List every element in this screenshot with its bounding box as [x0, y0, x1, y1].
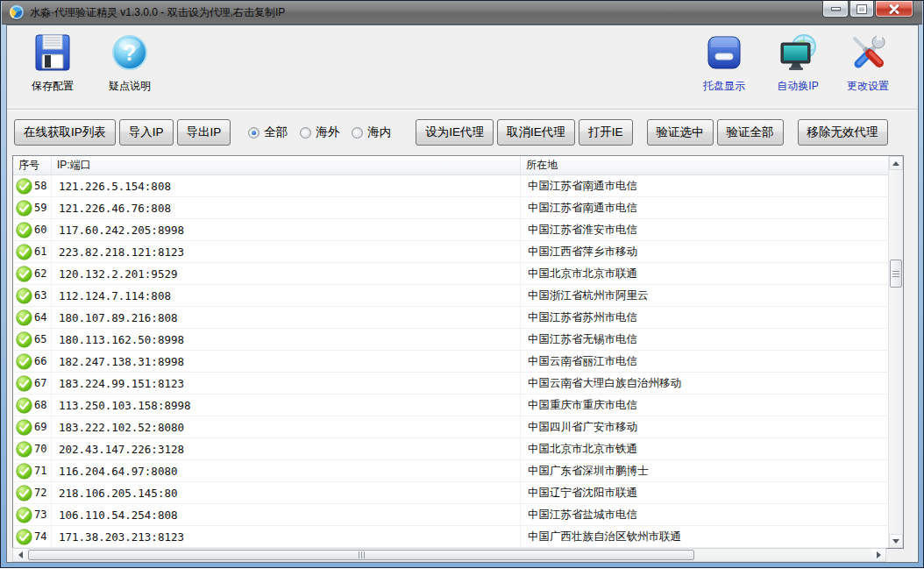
toolbar-help[interactable]: ? 疑点说明 — [93, 32, 167, 94]
row-ip-port: 218.106.205.145:80 — [52, 482, 521, 503]
close-button[interactable] — [875, 1, 913, 18]
arrow-down-icon — [892, 539, 899, 544]
verify-all-button[interactable]: 验证全部 — [717, 119, 784, 146]
arrow-right-icon — [877, 551, 881, 558]
row-index-cell: 58 — [13, 175, 52, 196]
green-check-icon — [16, 507, 32, 523]
cancel-ie-proxy-button[interactable]: 取消IE代理 — [497, 119, 575, 146]
row-index-cell: 66 — [13, 351, 52, 372]
row-index: 64 — [34, 311, 46, 324]
table-body: 58 121.226.5.154:808 中国江苏省南通市电信 59 121.2… — [13, 175, 888, 548]
green-check-icon — [16, 419, 32, 436]
table-row[interactable]: 64 180.107.89.216:808 中国江苏省苏州市电信 — [13, 307, 888, 329]
set-ie-proxy-button[interactable]: 设为IE代理 — [416, 119, 494, 146]
row-index-cell: 71 — [13, 460, 52, 481]
toolbar-tray-display[interactable]: 托盘显示 — [687, 32, 761, 94]
row-ip-port: 183.224.99.151:8123 — [52, 373, 521, 394]
column-header-index[interactable]: 序号 — [13, 156, 52, 174]
column-header-location[interactable]: 所在地 — [521, 156, 888, 174]
import-ip-button[interactable]: 导入IP — [119, 119, 174, 146]
open-ie-button[interactable]: 打开IE — [579, 119, 633, 146]
green-check-icon — [16, 485, 32, 501]
export-ip-button[interactable]: 导出IP — [177, 119, 231, 146]
row-index-cell: 73 — [13, 504, 52, 525]
minimize-button[interactable] — [822, 1, 849, 18]
green-check-icon — [16, 397, 32, 414]
row-location: 中国江苏省南通市电信 — [521, 201, 888, 216]
green-check-icon — [16, 244, 32, 260]
action-bar: 在线获取IP列表 导入IP 导出IP 全部 海外 海内 设为IE代理 取消IE代… — [7, 110, 918, 154]
radio-option[interactable]: 海内 — [352, 124, 391, 140]
scroll-left-button[interactable] — [13, 549, 27, 561]
table-row[interactable]: 70 202.43.147.226:3128 中国北京市北京市铁通 — [13, 438, 888, 460]
vertical-scrollbar-thumb[interactable] — [890, 260, 902, 288]
table-row[interactable]: 62 120.132.2.201:9529 中国北京市北京市联通 — [13, 263, 888, 285]
table-row[interactable]: 58 121.226.5.154:808 中国江苏省南通市电信 — [13, 175, 888, 197]
toolbar-save-config[interactable]: 保存配置 — [16, 32, 89, 94]
table-row[interactable]: 74 171.38.203.213:8123 中国广西壮族自治区钦州市联通 — [13, 526, 888, 548]
table-row[interactable]: 59 121.226.46.76:808 中国江苏省南通市电信 — [13, 197, 888, 219]
table-row[interactable]: 66 182.247.138.31:8998 中国云南省丽江市电信 — [13, 351, 888, 373]
table-row[interactable]: 71 116.204.64.97:8080 中国广东省深圳市鹏博士 — [13, 460, 888, 482]
table-row[interactable]: 65 180.113.162.50:8998 中国江苏省无锡市电信 — [13, 329, 888, 351]
remove-invalid-button[interactable]: 移除无效代理 — [798, 119, 888, 146]
toolbar-change-settings[interactable]: 更改设置 — [831, 32, 905, 94]
green-check-icon — [16, 463, 32, 480]
grip-icon — [892, 271, 899, 277]
verify-selected-button[interactable]: 验证选中 — [647, 119, 714, 146]
row-ip-port: 121.226.46.76:808 — [52, 197, 521, 218]
green-check-icon — [16, 266, 32, 282]
scope-radio-group: 全部 海外 海内 — [248, 124, 403, 140]
radio-label: 全部 — [264, 124, 288, 140]
row-index-cell: 61 — [13, 241, 52, 262]
row-index-cell: 68 — [13, 395, 52, 416]
row-location: 中国北京市北京市铁通 — [521, 442, 888, 457]
row-index: 66 — [34, 355, 46, 367]
toolbar-label: 更改设置 — [847, 79, 889, 94]
maximize-button[interactable] — [849, 1, 874, 18]
row-ip-port: 121.226.5.154:808 — [52, 175, 521, 196]
table-row[interactable]: 63 112.124.7.114:808 中国浙江省杭州市阿里云 — [13, 285, 888, 307]
scroll-right-button[interactable] — [871, 549, 885, 561]
maximize-icon — [857, 5, 866, 13]
fetch-ip-list-button[interactable]: 在线获取IP列表 — [14, 119, 116, 146]
horizontal-scrollbar[interactable] — [12, 548, 886, 562]
row-location: 中国重庆市重庆市电信 — [521, 398, 888, 413]
row-ip-port: 106.110.54.254:808 — [52, 504, 521, 525]
table-row[interactable]: 61 223.82.218.121:8123 中国江西省萍乡市移动 — [13, 241, 888, 263]
row-ip-port: 120.132.2.201:9529 — [52, 263, 521, 284]
table-row[interactable]: 68 113.250.103.158:8998 中国重庆市重庆市电信 — [13, 395, 888, 416]
table-row[interactable]: 72 218.106.205.145:80 中国辽宁省沈阳市联通 — [13, 482, 888, 504]
vertical-scrollbar[interactable] — [888, 156, 903, 548]
green-check-icon — [16, 353, 32, 370]
row-index-cell: 70 — [13, 438, 52, 459]
row-index: 63 — [34, 289, 46, 302]
radio-option[interactable]: 全部 — [248, 124, 288, 140]
green-check-icon — [16, 441, 32, 458]
green-check-icon — [16, 178, 32, 195]
row-ip-port: 223.82.218.121:8123 — [52, 241, 521, 262]
green-check-icon — [16, 529, 32, 545]
row-ip-port: 180.113.162.50:8998 — [52, 329, 521, 350]
row-ip-port: 112.124.7.114:808 — [52, 285, 521, 306]
toolbar-auto-change-ip[interactable]: 自动换IP — [761, 32, 835, 94]
column-header-ip-port[interactable]: IP:端口 — [52, 156, 521, 174]
table-row[interactable]: 73 106.110.54.254:808 中国江苏省盐城市电信 — [13, 504, 888, 526]
close-icon — [889, 4, 899, 14]
table-row[interactable]: 69 183.222.102.52:8080 中国四川省广安市移动 — [13, 416, 888, 438]
row-index: 73 — [34, 508, 46, 521]
scroll-up-button[interactable] — [889, 156, 903, 170]
row-index: 65 — [34, 333, 46, 345]
table-row[interactable]: 67 183.224.99.151:8123 中国云南省大理白族自治州移动 — [13, 373, 888, 395]
green-check-icon — [16, 200, 32, 217]
arrow-up-icon — [892, 161, 899, 166]
scroll-down-button[interactable] — [889, 534, 903, 548]
row-ip-port: 117.60.242.205:8998 — [52, 219, 521, 240]
row-location: 中国广西壮族自治区钦州市联通 — [521, 530, 888, 544]
table-row[interactable]: 60 117.60.242.205:8998 中国江苏省淮安市电信 — [13, 219, 888, 241]
radio-option[interactable]: 海外 — [300, 124, 339, 140]
horizontal-scrollbar-thumb[interactable] — [28, 550, 694, 560]
radio-icon — [248, 127, 259, 139]
row-location: 中国北京市北京市联通 — [521, 267, 888, 281]
row-index-cell: 63 — [13, 285, 52, 306]
